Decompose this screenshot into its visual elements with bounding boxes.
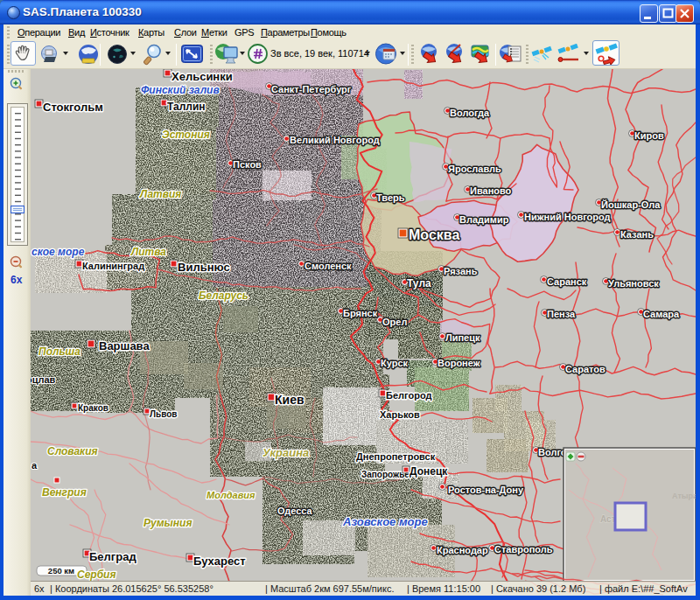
svg-text:Хельсинки: Хельсинки <box>172 70 233 83</box>
svg-text:Ростов-на-Дону: Ростов-на-Дону <box>448 485 524 495</box>
svg-text:Краснодар: Краснодар <box>437 545 488 555</box>
svg-text:Белгород: Белгород <box>386 390 431 401</box>
svg-text:Литва: Литва <box>130 246 166 258</box>
svg-text:Молдавия: Молдавия <box>206 490 256 500</box>
svg-text:Львов: Львов <box>150 409 177 419</box>
svg-text:Брянск: Брянск <box>343 308 378 318</box>
svg-text:Саранск: Саранск <box>547 276 587 287</box>
svg-text:Таллин: Таллин <box>167 101 206 113</box>
svg-text:Рязань: Рязань <box>444 266 478 276</box>
svg-text:Воронеж: Воронеж <box>438 358 480 368</box>
svg-text:Донецк: Донецк <box>410 465 448 478</box>
svg-text:Азовское море: Азовское море <box>342 515 428 528</box>
svg-text:Киев: Киев <box>275 393 304 407</box>
svg-text:Харьков: Харьков <box>380 409 420 420</box>
svg-text:Румыния: Румыния <box>144 517 192 529</box>
svg-text:Краков: Краков <box>78 403 108 413</box>
svg-text:Смоленск: Смоленск <box>304 261 352 271</box>
svg-text:Самара: Самара <box>643 309 680 319</box>
svg-text:оцлав: оцлав <box>31 374 56 385</box>
svg-text:Ульяновск: Ульяновск <box>608 278 659 289</box>
svg-text:Саратов: Саратов <box>565 364 606 374</box>
svg-text:Венгрия: Венгрия <box>42 486 87 499</box>
svg-text:Иваново: Иваново <box>470 185 512 196</box>
svg-text:Псков: Псков <box>233 159 262 170</box>
svg-text:Липецк: Липецк <box>445 332 480 343</box>
svg-text:а: а <box>32 460 38 471</box>
svg-text:Белград: Белград <box>89 550 136 563</box>
svg-text:Атырау: Атырау <box>672 492 696 500</box>
svg-text:Курск: Курск <box>381 358 409 368</box>
svg-text:Великий Новгород: Великий Новгород <box>290 135 380 145</box>
svg-text:Киров: Киров <box>634 130 664 141</box>
svg-text:Ярославль: Ярославль <box>448 164 501 174</box>
svg-text:Ставрополь: Ставрополь <box>494 544 553 555</box>
svg-text:Москва: Москва <box>409 227 459 242</box>
svg-text:Нижний Новгород: Нижний Новгород <box>524 212 611 222</box>
svg-text:Вологда: Вологда <box>450 108 490 118</box>
svg-text:Орел: Орел <box>382 317 407 327</box>
svg-text:Тверь: Тверь <box>376 192 405 203</box>
svg-text:Казань: Казань <box>620 229 654 240</box>
svg-text:ское море: ское море <box>32 246 85 258</box>
svg-text:Сербия: Сербия <box>77 569 116 581</box>
svg-text:Латвия: Латвия <box>139 188 181 200</box>
svg-text:Финский залив: Финский залив <box>141 84 220 96</box>
svg-text:Тула: Тула <box>407 277 431 290</box>
svg-text:Санкт-Петербург: Санкт-Петербург <box>271 84 352 94</box>
svg-text:Пенза: Пенза <box>547 309 576 319</box>
svg-text:Вильнюс: Вильнюс <box>178 261 230 274</box>
svg-text:Одесса: Одесса <box>277 506 313 516</box>
svg-text:Днепропетровск: Днепропетровск <box>356 451 436 462</box>
svg-text:Йошкар-Ола: Йошкар-Ола <box>601 199 661 210</box>
svg-text:Беларусь: Беларусь <box>199 290 248 302</box>
svg-text:Польша: Польша <box>38 345 80 358</box>
svg-text:Варшава: Варшава <box>99 339 150 352</box>
svg-text:Бухарест: Бухарест <box>193 555 246 568</box>
svg-text:Калининград: Калининград <box>82 261 144 271</box>
svg-text:Эстония: Эстония <box>162 129 210 141</box>
svg-text:Украина: Украина <box>262 446 309 459</box>
svg-text:Владимир: Владимир <box>459 214 509 225</box>
svg-text:250 км: 250 км <box>48 566 74 576</box>
svg-text:Словакия: Словакия <box>47 445 98 457</box>
svg-text:Стокгольм: Стокгольм <box>43 101 103 114</box>
